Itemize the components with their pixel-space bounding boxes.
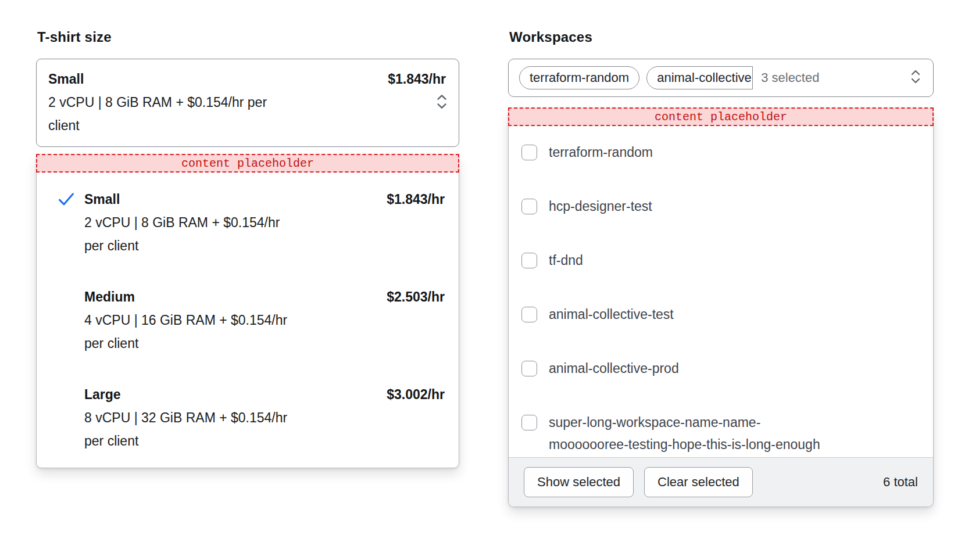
workspace-option-super-long-name[interactable]: super-long-workspace-name-name-moooooore…	[521, 415, 919, 455]
tshirt-size-options-list: Small 2 vCPU | 8 GiB RAM + $0.154/hr per…	[37, 173, 459, 453]
workspace-option-tf-dnd[interactable]: tf-dnd	[521, 253, 919, 271]
content-placeholder-banner: content placeholder	[508, 107, 934, 126]
option-description: 4 vCPU | 16 GiB RAM + $0.154/hr per clie…	[84, 308, 295, 355]
workspaces-dropdown-footer: Show selected Clear selected 6 total	[509, 457, 933, 507]
checkbox-unchecked[interactable]	[521, 253, 537, 268]
checkbox-unchecked[interactable]	[521, 199, 537, 214]
checkbox-unchecked[interactable]	[521, 145, 537, 160]
workspace-option-terraform-random[interactable]: terraform-random	[521, 145, 919, 163]
selected-count: 3 selected	[761, 70, 819, 85]
check-spacer	[58, 285, 76, 289]
option-description: 2 vCPU | 8 GiB RAM + $0.154/hr per clien…	[84, 211, 295, 257]
tshirt-size-dropdown: content placeholder Small 2 vCPU | 8 GiB…	[36, 154, 459, 468]
tshirt-size-label: T-shirt size	[37, 29, 112, 45]
workspace-option-animal-collective-prod[interactable]: animal-collective-prod	[521, 361, 919, 379]
selected-option-price: $1.843/hr	[388, 67, 446, 91]
option-title: Medium	[84, 285, 387, 308]
content-placeholder-banner: content placeholder	[36, 154, 459, 173]
workspaces-options-list: terraform-random hcp-designer-test tf-dn…	[509, 126, 933, 457]
check-spacer	[58, 383, 76, 387]
option-price: $1.843/hr	[387, 188, 447, 211]
option-small[interactable]: Small 2 vCPU | 8 GiB RAM + $0.154/hr per…	[58, 188, 447, 257]
option-price: $3.002/hr	[387, 383, 447, 406]
workspace-option-label: tf-dnd	[549, 249, 583, 271]
workspace-option-hcp-designer-test[interactable]: hcp-designer-test	[521, 199, 919, 217]
check-icon	[58, 188, 76, 209]
checkbox-unchecked[interactable]	[521, 307, 537, 322]
workspaces-select-trigger[interactable]: terraform-random animal-collective 3 sel…	[508, 59, 934, 97]
option-large[interactable]: Large 8 vCPU | 32 GiB RAM + $0.154/hr pe…	[58, 383, 447, 453]
unfold-icon	[434, 93, 449, 113]
total-count: 6 total	[883, 475, 918, 490]
tshirt-size-select-trigger[interactable]: Small 2 vCPU | 8 GiB RAM + $0.154/hr per…	[36, 59, 459, 147]
workspace-option-animal-collective-test[interactable]: animal-collective-test	[521, 307, 919, 325]
show-selected-button[interactable]: Show selected	[524, 467, 634, 497]
option-medium[interactable]: Medium 4 vCPU | 16 GiB RAM + $0.154/hr p…	[58, 285, 447, 355]
checkbox-unchecked[interactable]	[521, 361, 537, 376]
workspace-option-label: terraform-random	[549, 141, 653, 163]
workspace-option-label: super-long-workspace-name-name-moooooore…	[549, 411, 830, 455]
option-description: 8 vCPU | 32 GiB RAM + $0.154/hr per clie…	[84, 406, 295, 453]
workspaces-dropdown: content placeholder terraform-random hcp…	[508, 107, 934, 507]
workspace-option-label: hcp-designer-test	[549, 195, 652, 217]
workspace-option-label: animal-collective-prod	[549, 357, 679, 379]
workspace-option-label: animal-collective-test	[549, 303, 674, 325]
option-title: Small	[84, 188, 387, 211]
option-price: $2.503/hr	[387, 285, 447, 308]
option-title: Large	[84, 383, 387, 406]
workspaces-label: Workspaces	[509, 29, 592, 45]
selected-option-description: 2 vCPU | 8 GiB RAM + $0.154/hr per clien…	[48, 91, 284, 137]
checkbox-unchecked[interactable]	[521, 415, 537, 430]
unfold-icon	[909, 69, 923, 87]
clear-selected-button[interactable]: Clear selected	[644, 467, 753, 497]
selected-tag-terraform-random[interactable]: terraform-random	[519, 66, 639, 89]
selected-tag-animal-collective[interactable]: animal-collective	[646, 66, 753, 89]
selected-option-title: Small	[48, 67, 447, 91]
